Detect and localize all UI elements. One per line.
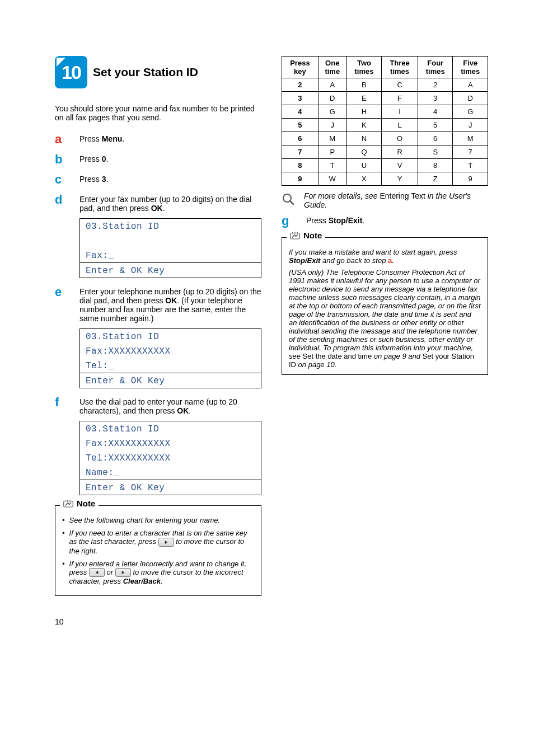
table-cell: B: [346, 78, 381, 92]
table-cell: S: [418, 145, 452, 159]
table-cell: Y: [382, 172, 418, 186]
table-cell: R: [382, 145, 418, 159]
table-row: 8TUV8T: [282, 159, 488, 172]
substep-b: Press 0.: [79, 153, 261, 163]
table-cell: 8: [282, 159, 318, 172]
note-icon: [63, 500, 73, 508]
note1-li3: • If you entered a letter incorrectly an…: [62, 560, 254, 586]
table-cell: 5: [282, 119, 318, 132]
lcd-display-3: 03.Station ID Fax:XXXXXXXXXXX Tel:XXXXXX…: [79, 421, 261, 495]
table-cell: P: [318, 145, 346, 159]
table-cell: D: [318, 92, 346, 105]
lcd-line: Enter & OK Key: [80, 373, 261, 388]
table-cell: 7: [282, 145, 318, 159]
lcd-line: 03.Station ID: [80, 421, 261, 436]
table-cell: 5: [418, 119, 452, 132]
table-header: Fivetimes: [453, 57, 488, 78]
substep-e: Enter your telephone number (up to 20 di…: [79, 286, 261, 323]
lcd-line: Fax:_: [80, 248, 261, 262]
note1-li1: •See the following chart for entering yo…: [62, 516, 254, 524]
table-cell: A: [318, 78, 346, 92]
step-badge: 10: [55, 56, 87, 88]
lcd-line: [80, 233, 261, 248]
table-cell: K: [346, 119, 381, 132]
table-row: 2ABC2A: [282, 78, 488, 92]
table-cell: M: [318, 132, 346, 145]
table-cell: 2: [418, 78, 452, 92]
table-cell: M: [453, 132, 488, 145]
table-cell: U: [346, 159, 381, 172]
note-icon: [290, 232, 300, 240]
step-title: Set your Station ID: [93, 65, 198, 78]
substep-g: Press Stop/Exit.: [306, 215, 488, 225]
table-cell: O: [382, 132, 418, 145]
table-cell: 8: [418, 159, 452, 172]
table-header: Twotimes: [346, 57, 381, 78]
table-header: Threetimes: [382, 57, 418, 78]
info-text: For more details, see Entering Text in t…: [304, 191, 488, 209]
table-cell: H: [346, 105, 381, 119]
table-cell: Q: [346, 145, 381, 159]
note-label: Note: [77, 499, 95, 508]
note2-p2: (USA only) The Telephone Consumer Protec…: [289, 268, 481, 369]
right-arrow-key-icon: [115, 568, 131, 577]
table-cell: J: [453, 119, 488, 132]
note-box-1: Note •See the following chart for enteri…: [55, 505, 261, 596]
substep-d: Enter your fax number (up to 20 digits) …: [79, 194, 261, 213]
table-row: 6MNO6M: [282, 132, 488, 145]
info-row: For more details, see Entering Text in t…: [282, 191, 488, 209]
table-cell: 6: [282, 132, 318, 145]
substep-letter-a: a: [55, 133, 68, 145]
table-cell: V: [382, 159, 418, 172]
left-arrow-key-icon: [89, 568, 105, 577]
table-cell: D: [453, 92, 488, 105]
table-cell: 4: [418, 105, 452, 119]
table-row: 3DEF3D: [282, 92, 488, 105]
table-cell: 3: [282, 92, 318, 105]
table-cell: 3: [418, 92, 452, 105]
lcd-line: Enter & OK Key: [80, 262, 261, 278]
note-tab: Note: [287, 231, 325, 240]
table-cell: 2: [282, 78, 318, 92]
table-cell: J: [318, 119, 346, 132]
table-row: 5JKL5J: [282, 119, 488, 132]
lcd-line: Tel:XXXXXXXXXXX: [80, 450, 261, 465]
table-header: Presskey: [282, 57, 318, 78]
substep-letter-g: g: [282, 215, 295, 227]
lcd-line: Enter & OK Key: [80, 480, 261, 495]
table-row: 7PQRS7: [282, 145, 488, 159]
table-cell: F: [382, 92, 418, 105]
lcd-line: 03.Station ID: [80, 219, 261, 233]
table-row: 4GHI4G: [282, 105, 488, 119]
lcd-line: Fax:XXXXXXXXXXX: [80, 436, 261, 450]
lcd-line: Name:_: [80, 465, 261, 480]
table-cell: C: [382, 78, 418, 92]
lcd-line: Tel:_: [80, 358, 261, 373]
page-number: 10: [0, 612, 534, 643]
table-cell: 9: [453, 172, 488, 186]
table-cell: G: [318, 105, 346, 119]
lcd-display-1: 03.Station ID Fax:_ Enter & OK Key: [79, 218, 261, 278]
table-cell: 4: [282, 105, 318, 119]
table-cell: E: [346, 92, 381, 105]
right-column: PresskeyOnetimeTwotimesThreetimesFourtim…: [282, 56, 488, 600]
table-cell: A: [453, 78, 488, 92]
right-arrow-key-icon: [158, 538, 174, 547]
substep-c: Press 3.: [79, 173, 261, 184]
note2-p1: If you make a mistake and want to start …: [289, 248, 481, 265]
table-cell: L: [382, 119, 418, 132]
magnifier-icon: [282, 191, 295, 209]
table-cell: I: [382, 105, 418, 119]
table-header: Onetime: [318, 57, 346, 78]
table-row: 9WXYZ9: [282, 172, 488, 186]
step-header: 10 Set your Station ID: [55, 56, 261, 88]
table-header: Fourtimes: [418, 57, 452, 78]
left-column: 10 Set your Station ID You should store …: [55, 56, 261, 600]
table-cell: T: [453, 159, 488, 172]
table-cell: 9: [282, 172, 318, 186]
key-entry-table: PresskeyOnetimeTwotimesThreetimesFourtim…: [282, 56, 488, 186]
note-box-2: Note If you make a mistake and want to s…: [282, 237, 488, 375]
table-cell: 7: [453, 145, 488, 159]
substep-letter-b: b: [55, 153, 68, 166]
table-cell: W: [318, 172, 346, 186]
